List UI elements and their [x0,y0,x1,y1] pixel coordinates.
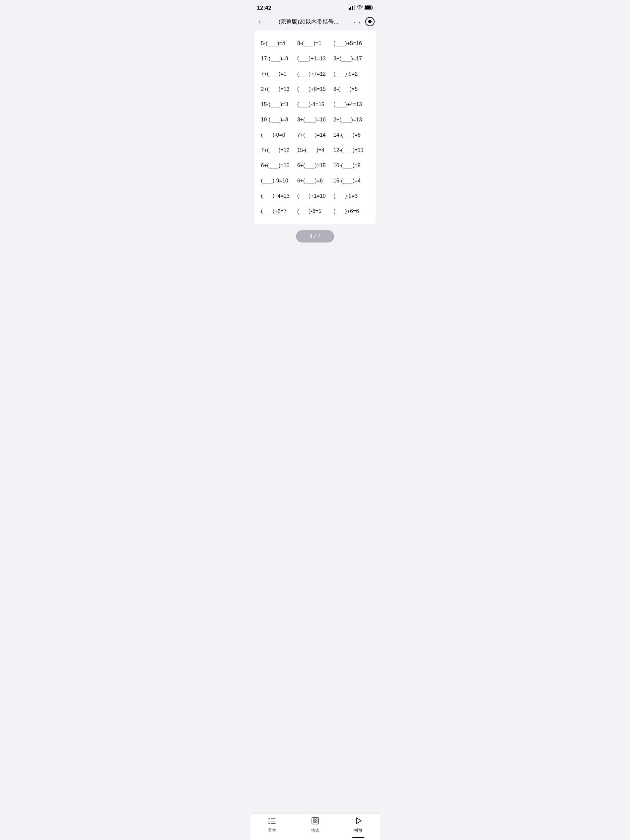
problem: ()+8=15 [297,86,333,92]
problems-row: 5-()=4 8-()=1 ()+5=16 [261,41,369,46]
problem: 3+()=16 [297,117,333,123]
problem: 7+()=12 [261,147,297,153]
problems-row: 6+()=10 6+()=15 10-()=9 [261,163,369,169]
problems-row: ()-9=10 6+()=6 15-()=4 [261,178,369,184]
problem: 12-()=11 [333,147,369,153]
problem: ()+4=13 [261,193,297,199]
svg-rect-3 [354,5,355,10]
problem: 17-()=9 [261,56,297,62]
svg-rect-1 [351,7,351,10]
problem: 6+()=15 [297,163,333,169]
problem: 6+()=6 [297,178,333,184]
problems-grid: 5-()=4 8-()=1 ()+5=16 17-()=9 ()+1=13 3+… [261,41,369,214]
problem: ()+2=7 [261,208,297,214]
problem: ()-8=5 [297,208,333,214]
problem: ()+4=13 [333,101,369,107]
problem: 7+()=14 [297,132,333,138]
problems-row: 7+()=12 15-()=4 12-()=11 [261,147,369,153]
status-bar: 12:42 [251,0,380,13]
problem: ()+5=16 [333,41,369,46]
problem: 15-()=3 [261,101,297,107]
record-icon [368,20,371,23]
problem: ()-9=2 [333,71,369,77]
problem: 10-()=9 [333,163,369,169]
more-button[interactable]: ··· [354,18,361,25]
problem: ()+7=12 [297,71,333,77]
wifi-icon [357,5,363,11]
problems-row: ()+4=13 ()+1=10 ()-9=3 [261,193,369,199]
problems-row: ()-0=0 7+()=14 14-()=6 [261,132,369,138]
problem: 8-()=1 [297,41,333,46]
problem: 5-()=4 [261,41,297,46]
problems-row: 10-()=8 3+()=16 2+()=13 [261,117,369,123]
problem: ()+1=10 [297,193,333,199]
problem: ()+1=13 [297,56,333,62]
battery-icon [365,5,373,11]
nav-actions: ··· [354,17,374,26]
problem: 15-()=4 [297,147,333,153]
problem: 6+()=10 [261,163,297,169]
problems-row: 2+()=13 ()+8=15 8-()=5 [261,86,369,92]
problems-row: ()+2=7 ()-8=5 ()+6=6 [261,208,369,214]
problem: 8-()=5 [333,86,369,92]
nav-bar: ‹ (完整版)20以内带括号... ··· [251,13,380,30]
problem: 15-()=4 [333,178,369,184]
problem: 7+()=9 [261,71,297,77]
signal-icon [349,5,355,11]
page-indicator: 4 / 7 [251,224,380,246]
problem: 2+()=13 [333,117,369,123]
problems-row: 15-()=3 ()-4=15 ()+4=13 [261,101,369,107]
problem: ()-9=3 [333,193,369,199]
problem: 2+()=13 [261,86,297,92]
svg-rect-5 [365,6,371,9]
status-icons [349,5,373,11]
status-time: 12:42 [257,5,272,11]
svg-rect-2 [352,6,353,10]
problem: 14-()=6 [333,132,369,138]
problem: ()-4=15 [297,101,333,107]
problems-row: 17-()=9 ()+1=13 3+()=17 [261,56,369,62]
page-badge: 4 / 7 [296,230,334,243]
problem: ()-0=0 [261,132,297,138]
problems-row: 7+()=9 ()+7=12 ()-9=2 [261,71,369,77]
problem: ()-9=10 [261,178,297,184]
problem: 10-()=8 [261,117,297,123]
content-area: 5-()=4 8-()=1 ()+5=16 17-()=9 ()+1=13 3+… [254,30,376,224]
svg-rect-0 [349,8,350,10]
back-button[interactable]: ‹ [256,16,264,27]
problem: ()+6=6 [333,208,369,214]
nav-title: (完整版)20以内带括号... [264,18,354,25]
problem: 3+()=17 [333,56,369,62]
record-button[interactable] [365,17,374,26]
